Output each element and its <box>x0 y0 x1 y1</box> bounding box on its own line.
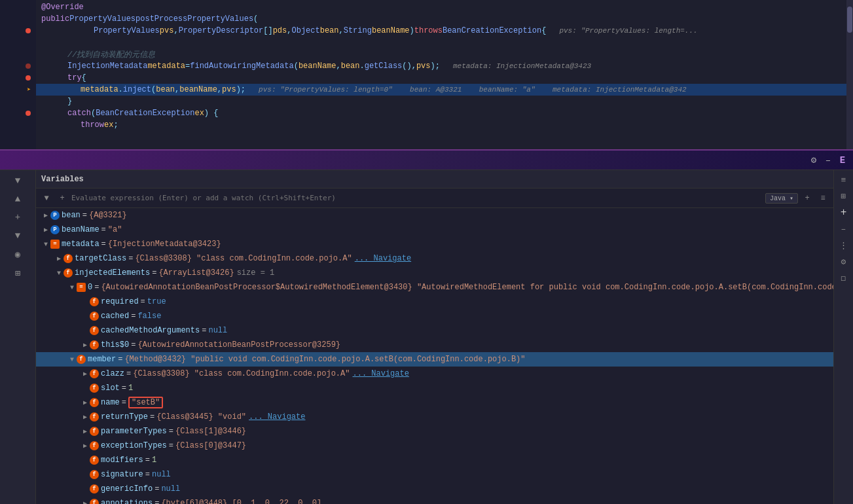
add-watch-toolbar-btn[interactable]: + <box>801 192 814 205</box>
debug-arrow: ➤ <box>27 86 31 94</box>
param-ex: ex <box>194 109 204 118</box>
right-icon-grid[interactable]: ⊞ <box>837 189 851 204</box>
var-row-genericinfo[interactable]: ▶ f genericInfo = null <box>36 482 833 496</box>
toggle-this0[interactable]: ▶ <box>81 340 90 350</box>
var-row-metadata[interactable]: ▼ = metadata = {InjectionMetadata@3423} <box>36 237 833 251</box>
var-row-clazz[interactable]: ▶ f clazz = {Class@3308} "class com.Codi… <box>36 367 833 381</box>
sidebar-icon-copy[interactable]: ⊞ <box>0 265 35 283</box>
fn-inject: inject <box>123 85 151 94</box>
sidebar-icon-add[interactable]: + <box>0 209 35 226</box>
var-name-genericinfo: genericInfo <box>101 484 153 494</box>
var-row-elem0[interactable]: ▼ = 0 = {AutowiredAnnotationBeanPostProc… <box>36 280 833 295</box>
var-row-signature[interactable]: ▶ f signature = null <box>36 467 833 482</box>
code-line-5: //找到自动装配的元信息 <box>36 48 846 60</box>
breakpoint-dot[interactable] <box>26 75 31 81</box>
navigate-clazz[interactable]: ... Navigate <box>352 369 408 378</box>
punct: , <box>339 26 344 35</box>
var-size-injectedelements: size = 1 <box>237 268 275 278</box>
var-row-parametertypes[interactable]: ▶ f parameterTypes = {Class[1]@3446} <box>36 424 833 439</box>
var-name-exceptiontypes: exceptionTypes <box>101 441 167 450</box>
toggle-returntype[interactable]: ▶ <box>81 412 90 422</box>
add-toolbar-btn[interactable]: + <box>56 192 69 205</box>
right-icon-settings[interactable]: ⚙ <box>837 255 851 269</box>
var-eq: = <box>154 484 159 494</box>
filter-toolbar-btn[interactable]: ▼ <box>40 192 53 205</box>
toggle-exceptiontypes[interactable]: ▶ <box>81 441 90 450</box>
toggle-slot: ▶ <box>81 384 90 393</box>
type-str: String <box>344 26 372 35</box>
toggle-injectedelements[interactable]: ▼ <box>54 268 64 278</box>
eye-icon: ◉ <box>15 249 20 260</box>
var-row-annotations[interactable]: ▶ f annotations = {byte[6]@3448} [0, 1, … <box>36 496 833 504</box>
var-icon-slot: f <box>90 384 99 393</box>
toggle-clazz[interactable]: ▶ <box>81 369 90 378</box>
var-eq: = <box>122 384 126 393</box>
sidebar-icon-eye[interactable]: ◉ <box>0 246 35 264</box>
copy-icon: ⊞ <box>15 268 20 279</box>
var-row-member[interactable]: ▼ f member = {Method@3432} "public void … <box>36 352 833 367</box>
breakpoint-dot[interactable] <box>26 28 31 33</box>
editor-scrollbar[interactable] <box>846 0 853 149</box>
var-row-returntype[interactable]: ▶ f returnType = {Class@3445} "void" ...… <box>36 410 833 424</box>
sidebar-icon-up[interactable]: ▲ <box>0 191 35 208</box>
toggle-name[interactable]: ▶ <box>81 398 90 407</box>
var-val-returntype: {Class@3445} "void" <box>156 412 246 422</box>
exception-type: BeanCreationException <box>443 26 541 35</box>
var-val-metadata: {InjectionMetadata@3423} <box>108 240 221 249</box>
punct: } <box>67 97 72 106</box>
var-row-name[interactable]: ▶ f name = "setB" <box>36 395 833 410</box>
var-row-exceptiontypes[interactable]: ▶ f exceptionTypes = {Class[0]@3447} <box>36 439 833 453</box>
toggle-beanname[interactable]: ▶ <box>41 225 50 234</box>
kw-catch: catch <box>67 109 91 118</box>
breakpoint-dot[interactable] <box>26 111 31 116</box>
var-name-injectedelements: injectedElements <box>75 268 150 278</box>
lang-badge[interactable]: Java ▾ <box>765 193 798 204</box>
breakpoint-dot[interactable] <box>26 63 31 69</box>
navigate-returntype[interactable]: ... Navigate <box>249 412 305 422</box>
gutter-line-11 <box>0 119 33 131</box>
var-row-bean[interactable]: ▶ P bean = {A@3321} <box>36 208 833 223</box>
var-row-this0[interactable]: ▶ f this$0 = {AutowiredAnnotationBeanPos… <box>36 338 833 352</box>
var-row-required[interactable]: ▶ f required = true <box>36 295 833 309</box>
var-row-slot[interactable]: ▶ f slot = 1 <box>36 381 833 395</box>
settings-icon[interactable]: ⚙ <box>808 154 819 166</box>
toggle-metadata[interactable]: ▼ <box>41 240 50 249</box>
toggle-member[interactable]: ▼ <box>67 355 77 364</box>
code-editor: ​ ​ ➤ @Override public PropertyValues po… <box>0 0 853 151</box>
expression-input[interactable] <box>71 194 760 202</box>
code-gutter: ​ ​ ➤ <box>0 0 36 149</box>
right-icon-more[interactable]: ⋮ <box>837 238 851 253</box>
var-val-exceptiontypes: {Class[0]@3447} <box>175 441 246 450</box>
var-val-this0: {AutowiredAnnotationBeanPostProcessor@32… <box>137 340 340 350</box>
right-icon-add2[interactable]: + <box>837 206 851 220</box>
toggle-targetclass[interactable]: ▶ <box>54 254 64 263</box>
minimize-icon[interactable]: – <box>823 155 833 166</box>
punct: . <box>118 85 123 94</box>
gutter-line-1: ​ <box>0 1 33 13</box>
right-icon-minus[interactable]: – <box>837 222 851 236</box>
toggle-parametertypes[interactable]: ▶ <box>81 427 90 436</box>
var-row-beanname[interactable]: ▶ P beanName = "a" <box>36 223 833 237</box>
punct: , <box>175 85 179 94</box>
gutter-line-8: ➤ <box>0 84 33 96</box>
right-icon-list[interactable]: ≡ <box>837 173 851 187</box>
toggle-annotations[interactable]: ▶ <box>81 499 90 504</box>
toggle-elem0[interactable]: ▼ <box>67 283 77 292</box>
var-name-cachedmethodargs: cachedMethodArguments <box>101 326 200 335</box>
expand-icon[interactable]: E <box>837 155 848 166</box>
toggle-bean[interactable]: ▶ <box>41 211 50 220</box>
more-toolbar-btn[interactable]: ≡ <box>816 192 829 205</box>
var-row-cachedmethodargs[interactable]: ▶ f cachedMethodArguments = null <box>36 323 833 338</box>
var-icon-parametertypes: f <box>90 427 99 436</box>
variables-tree[interactable]: ▶ P bean = {A@3321} ▶ P beanName = "a" ▼… <box>36 208 833 504</box>
var-row-cached[interactable]: ▶ f cached = false <box>36 309 833 323</box>
var-row-injectedelements[interactable]: ▼ f injectedElements = {ArrayList@3426} … <box>36 266 833 280</box>
variables-panel: Variables ▼ + Java ▾ + ≡ ▶ P bean = {A@3… <box>36 170 833 504</box>
sidebar-icon-filter[interactable]: ▼ <box>0 173 35 190</box>
var-row-modifiers[interactable]: ▶ f modifiers = 1 <box>36 453 833 467</box>
right-icon-expand2[interactable]: ◻ <box>837 271 851 285</box>
var-row-targetclass[interactable]: ▶ f targetClass = {Class@3308} "class co… <box>36 251 833 266</box>
var-icon-cached: f <box>90 312 99 321</box>
sidebar-icon-down[interactable]: ▼ <box>0 228 35 245</box>
navigate-targetclass[interactable]: ... Navigate <box>355 254 411 263</box>
